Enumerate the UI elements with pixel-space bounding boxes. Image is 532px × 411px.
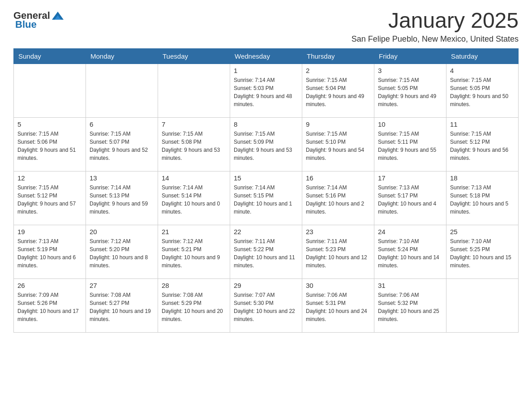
- calendar-header-thursday: Thursday: [302, 48, 374, 64]
- day-number: 20: [90, 228, 154, 235]
- day-info: Sunrise: 7:15 AMSunset: 5:06 PMDaylight:…: [17, 130, 82, 162]
- calendar-cell: 12Sunrise: 7:15 AMSunset: 5:12 PMDayligh…: [14, 171, 86, 225]
- day-info: Sunrise: 7:11 AMSunset: 5:22 PMDaylight:…: [234, 237, 298, 270]
- calendar-cell: 24Sunrise: 7:10 AMSunset: 5:24 PMDayligh…: [374, 225, 446, 278]
- day-info: Sunrise: 7:12 AMSunset: 5:20 PMDaylight:…: [90, 237, 154, 270]
- day-number: 15: [234, 174, 298, 182]
- logo-icon: [51, 9, 64, 22]
- day-info: Sunrise: 7:13 AMSunset: 5:17 PMDaylight:…: [378, 184, 442, 216]
- day-info: Sunrise: 7:07 AMSunset: 5:30 PMDaylight:…: [234, 291, 298, 323]
- calendar-cell: 18Sunrise: 7:13 AMSunset: 5:18 PMDayligh…: [446, 171, 519, 225]
- calendar-cell: 21Sunrise: 7:12 AMSunset: 5:21 PMDayligh…: [158, 225, 230, 278]
- calendar-cell: 23Sunrise: 7:11 AMSunset: 5:23 PMDayligh…: [302, 225, 374, 278]
- calendar-cell: 26Sunrise: 7:09 AMSunset: 5:26 PMDayligh…: [14, 278, 86, 332]
- calendar-cell: 31Sunrise: 7:06 AMSunset: 5:32 PMDayligh…: [374, 278, 446, 332]
- calendar-cell: 7Sunrise: 7:15 AMSunset: 5:08 PMDaylight…: [158, 117, 230, 171]
- day-info: Sunrise: 7:10 AMSunset: 5:24 PMDaylight:…: [378, 237, 442, 270]
- calendar-cell: 6Sunrise: 7:15 AMSunset: 5:07 PMDaylight…: [86, 117, 158, 171]
- day-number: 16: [306, 174, 370, 182]
- day-info: Sunrise: 7:15 AMSunset: 5:10 PMDaylight:…: [306, 130, 370, 162]
- day-info: Sunrise: 7:12 AMSunset: 5:21 PMDaylight:…: [162, 237, 226, 270]
- day-info: Sunrise: 7:15 AMSunset: 5:09 PMDaylight:…: [234, 130, 298, 162]
- calendar-cell: 5Sunrise: 7:15 AMSunset: 5:06 PMDaylight…: [14, 117, 86, 171]
- day-number: 13: [90, 174, 154, 182]
- day-info: Sunrise: 7:11 AMSunset: 5:23 PMDaylight:…: [306, 237, 370, 270]
- calendar-cell: [446, 278, 519, 332]
- day-number: 26: [17, 282, 82, 289]
- calendar-cell: 28Sunrise: 7:08 AMSunset: 5:29 PMDayligh…: [158, 278, 230, 332]
- day-info: Sunrise: 7:13 AMSunset: 5:18 PMDaylight:…: [450, 184, 515, 216]
- day-info: Sunrise: 7:09 AMSunset: 5:26 PMDaylight:…: [17, 291, 82, 323]
- day-number: 27: [90, 282, 154, 289]
- calendar-cell: 29Sunrise: 7:07 AMSunset: 5:30 PMDayligh…: [230, 278, 302, 332]
- calendar-cell: 20Sunrise: 7:12 AMSunset: 5:20 PMDayligh…: [86, 225, 158, 278]
- calendar-header-friday: Friday: [374, 48, 446, 64]
- calendar-week-row: 1Sunrise: 7:14 AMSunset: 5:03 PMDaylight…: [14, 64, 519, 117]
- calendar-header-wednesday: Wednesday: [230, 48, 302, 64]
- calendar-cell: 11Sunrise: 7:15 AMSunset: 5:12 PMDayligh…: [446, 117, 519, 171]
- day-number: 10: [378, 120, 442, 128]
- day-number: 31: [378, 282, 442, 289]
- day-number: 23: [306, 228, 370, 235]
- day-info: Sunrise: 7:14 AMSunset: 5:03 PMDaylight:…: [234, 76, 298, 108]
- calendar-cell: 17Sunrise: 7:13 AMSunset: 5:17 PMDayligh…: [374, 171, 446, 225]
- day-info: Sunrise: 7:13 AMSunset: 5:19 PMDaylight:…: [17, 237, 82, 270]
- day-number: 1: [234, 67, 298, 74]
- day-number: 18: [450, 174, 515, 182]
- day-number: 22: [234, 228, 298, 235]
- day-info: Sunrise: 7:15 AMSunset: 5:07 PMDaylight:…: [90, 130, 154, 162]
- day-number: 28: [162, 282, 226, 289]
- day-info: Sunrise: 7:10 AMSunset: 5:25 PMDaylight:…: [450, 237, 515, 270]
- calendar-cell: 15Sunrise: 7:14 AMSunset: 5:15 PMDayligh…: [230, 171, 302, 225]
- header: General Blue January 2025 San Felipe Pue…: [13, 9, 519, 44]
- day-info: Sunrise: 7:08 AMSunset: 5:27 PMDaylight:…: [90, 291, 154, 323]
- day-number: 5: [17, 120, 82, 128]
- logo: General Blue: [13, 9, 64, 30]
- calendar-cell: 27Sunrise: 7:08 AMSunset: 5:27 PMDayligh…: [86, 278, 158, 332]
- day-number: 17: [378, 174, 442, 182]
- day-number: 7: [162, 120, 226, 128]
- calendar-header-saturday: Saturday: [446, 48, 519, 64]
- day-info: Sunrise: 7:14 AMSunset: 5:15 PMDaylight:…: [234, 184, 298, 216]
- location-title: San Felipe Pueblo, New Mexico, United St…: [352, 34, 519, 44]
- day-number: 29: [234, 282, 298, 289]
- day-number: 30: [306, 282, 370, 289]
- calendar-header-row: SundayMondayTuesdayWednesdayThursdayFrid…: [14, 48, 519, 64]
- day-info: Sunrise: 7:08 AMSunset: 5:29 PMDaylight:…: [162, 291, 226, 323]
- day-info: Sunrise: 7:15 AMSunset: 5:12 PMDaylight:…: [450, 130, 515, 162]
- calendar-cell: 16Sunrise: 7:14 AMSunset: 5:16 PMDayligh…: [302, 171, 374, 225]
- day-number: 25: [450, 228, 515, 235]
- calendar-cell: 9Sunrise: 7:15 AMSunset: 5:10 PMDaylight…: [302, 117, 374, 171]
- day-number: 11: [450, 120, 515, 128]
- day-info: Sunrise: 7:06 AMSunset: 5:31 PMDaylight:…: [306, 291, 370, 323]
- day-info: Sunrise: 7:14 AMSunset: 5:13 PMDaylight:…: [90, 184, 154, 216]
- day-number: 9: [306, 120, 370, 128]
- day-info: Sunrise: 7:15 AMSunset: 5:05 PMDaylight:…: [378, 76, 442, 108]
- day-number: 14: [162, 174, 226, 182]
- calendar-cell: 8Sunrise: 7:15 AMSunset: 5:09 PMDaylight…: [230, 117, 302, 171]
- day-number: 19: [17, 228, 82, 235]
- calendar-week-row: 26Sunrise: 7:09 AMSunset: 5:26 PMDayligh…: [14, 278, 519, 332]
- calendar-cell: [158, 64, 230, 117]
- calendar-cell: 2Sunrise: 7:15 AMSunset: 5:04 PMDaylight…: [302, 64, 374, 117]
- calendar-cell: 19Sunrise: 7:13 AMSunset: 5:19 PMDayligh…: [14, 225, 86, 278]
- calendar-week-row: 19Sunrise: 7:13 AMSunset: 5:19 PMDayligh…: [14, 225, 519, 278]
- calendar-cell: [14, 64, 86, 117]
- calendar-cell: 22Sunrise: 7:11 AMSunset: 5:22 PMDayligh…: [230, 225, 302, 278]
- calendar-cell: 10Sunrise: 7:15 AMSunset: 5:11 PMDayligh…: [374, 117, 446, 171]
- day-number: 12: [17, 174, 82, 182]
- calendar-cell: 4Sunrise: 7:15 AMSunset: 5:05 PMDaylight…: [446, 64, 519, 117]
- calendar-cell: 13Sunrise: 7:14 AMSunset: 5:13 PMDayligh…: [86, 171, 158, 225]
- title-area: January 2025 San Felipe Pueblo, New Mexi…: [352, 9, 519, 44]
- day-info: Sunrise: 7:06 AMSunset: 5:32 PMDaylight:…: [378, 291, 442, 323]
- day-number: 4: [450, 67, 515, 74]
- day-info: Sunrise: 7:15 AMSunset: 5:12 PMDaylight:…: [17, 184, 82, 216]
- day-number: 3: [378, 67, 442, 74]
- day-info: Sunrise: 7:15 AMSunset: 5:08 PMDaylight:…: [162, 130, 226, 162]
- calendar-week-row: 12Sunrise: 7:15 AMSunset: 5:12 PMDayligh…: [14, 171, 519, 225]
- day-info: Sunrise: 7:15 AMSunset: 5:11 PMDaylight:…: [378, 130, 442, 162]
- calendar-cell: 14Sunrise: 7:14 AMSunset: 5:14 PMDayligh…: [158, 171, 230, 225]
- day-number: 24: [378, 228, 442, 235]
- day-number: 6: [90, 120, 154, 128]
- calendar-cell: [86, 64, 158, 117]
